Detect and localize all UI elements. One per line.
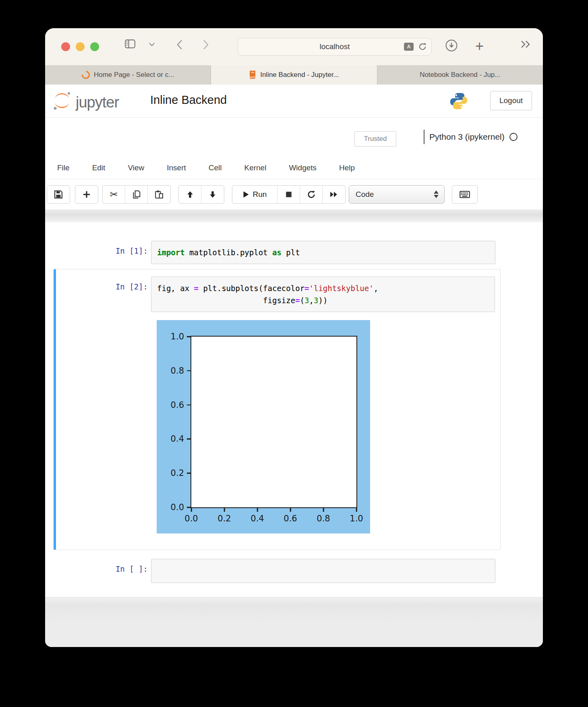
y-tick-label: 0.0: [171, 502, 184, 512]
move-cell-up-button[interactable]: [179, 186, 201, 203]
code-input-2[interactable]: fig, ax = plt.subplots(facecolor='lights…: [151, 277, 495, 312]
copy-cell-button[interactable]: [125, 186, 148, 203]
command-palette-button[interactable]: [452, 186, 477, 203]
python-icon: [449, 91, 468, 111]
menu-cell[interactable]: Cell: [209, 163, 222, 172]
cut-cell-button[interactable]: ✂: [103, 186, 125, 203]
restart-run-all-button[interactable]: [323, 186, 345, 203]
jupyter-logo-text: jupyter: [76, 94, 119, 111]
jupyter-ring-icon: [80, 69, 91, 81]
more-icon[interactable]: [520, 39, 531, 49]
menu-edit[interactable]: Edit: [92, 163, 106, 172]
run-label: Run: [253, 190, 267, 199]
stop-icon: [285, 191, 292, 198]
y-tick-label: 0.8: [171, 366, 184, 376]
code-cell-empty[interactable]: In [ ]:: [45, 559, 543, 583]
tab-label: Home Page - Select or c...: [94, 71, 174, 79]
run-icon: [243, 191, 249, 198]
matplotlib-figure-output: 0.00.20.40.60.81.00.00.20.40.60.81.0: [157, 320, 370, 533]
x-tick-label: 0.2: [217, 514, 231, 523]
header-shadow: [45, 209, 543, 222]
kernel-bar: Trusted Python 3 (ipykernel): [45, 118, 543, 157]
tab-inline-backend[interactable]: Inline Backend - Jupyter...: [211, 65, 377, 85]
menu-help[interactable]: Help: [339, 163, 355, 172]
x-tick-label: 0.6: [284, 514, 297, 523]
save-button[interactable]: [47, 186, 70, 203]
menu-bar: File Edit View Insert Cell Kernel Widget…: [45, 157, 543, 179]
x-tick-mark: [323, 508, 324, 512]
tab-bar: Home Page - Select or c... Inline Backen…: [45, 65, 543, 85]
move-up-icon: [186, 191, 194, 198]
interrupt-kernel-button[interactable]: [277, 186, 300, 203]
notebook-container: In [1]: import matplotlib.pyplot as plt …: [45, 222, 543, 597]
code-cell-1[interactable]: In [1]: import matplotlib.pyplot as plt: [45, 241, 543, 264]
browser-toolbar: localhost A +: [45, 28, 543, 65]
notebook-title[interactable]: Inline Backend: [150, 93, 227, 107]
y-tick-label: 1.0: [171, 332, 184, 341]
menu-widgets[interactable]: Widgets: [289, 163, 317, 172]
address-bar[interactable]: localhost A: [238, 38, 432, 56]
kernel-idle-circle-icon: [509, 133, 518, 141]
run-button[interactable]: Run: [232, 186, 277, 203]
cell-type-select[interactable]: Code: [349, 185, 445, 204]
close-window-button[interactable]: [61, 42, 70, 51]
zoom-window-button[interactable]: [90, 42, 99, 51]
copy-icon: [132, 190, 141, 199]
menu-view[interactable]: View: [128, 163, 144, 172]
y-tick-mark: [187, 473, 190, 474]
add-cell-button[interactable]: [75, 186, 98, 203]
jupyter-logo-icon: [52, 90, 72, 111]
y-tick-mark: [187, 404, 190, 405]
notebook-header: jupyter Inline Backend Logout: [45, 85, 543, 118]
move-cell-down-button[interactable]: [201, 186, 224, 203]
paste-icon: [155, 190, 164, 199]
menu-kernel[interactable]: Kernel: [244, 163, 266, 172]
x-tick-mark: [191, 508, 192, 512]
minimize-window-button[interactable]: [76, 42, 85, 51]
y-tick-mark: [187, 438, 190, 440]
input-prompt: In [1]:: [45, 241, 151, 264]
paste-cell-button[interactable]: [148, 186, 170, 203]
back-icon[interactable]: [176, 39, 182, 50]
tab-notebook-backend[interactable]: Notebook Backend - Jup...: [377, 65, 543, 85]
code-input-empty[interactable]: [151, 559, 495, 583]
tab-label: Inline Backend - Jupyter...: [260, 71, 339, 79]
notebook-toolbar: ✂ Run: [45, 179, 543, 209]
new-tab-icon[interactable]: +: [475, 38, 484, 55]
trusted-button[interactable]: Trusted: [354, 131, 396, 147]
jupyter-logo[interactable]: jupyter: [52, 90, 119, 111]
x-tick-label: 0.0: [184, 514, 198, 523]
sidebar-icon[interactable]: [125, 39, 135, 48]
input-prompt: In [2]:: [56, 277, 151, 312]
kernel-name[interactable]: Python 3 (ipykernel): [429, 132, 505, 142]
translate-icon[interactable]: A: [404, 43, 414, 51]
kernel-divider: [424, 130, 424, 144]
y-tick-label: 0.6: [171, 400, 184, 410]
code-input-1[interactable]: import matplotlib.pyplot as plt: [151, 241, 495, 264]
x-tick-mark: [290, 508, 291, 512]
tab-home-page[interactable]: Home Page - Select or c...: [45, 65, 211, 85]
notebook-footer: [45, 597, 543, 647]
cut-icon: ✂: [110, 189, 118, 200]
menu-file[interactable]: File: [57, 163, 70, 172]
restart-kernel-button[interactable]: [300, 186, 323, 203]
browser-window: localhost A + Home Page - Select or c...…: [45, 28, 543, 647]
traffic-lights: [61, 42, 99, 51]
save-icon: [54, 190, 63, 199]
plot-axes: 0.00.20.40.60.81.00.00.20.40.60.81.0: [190, 336, 357, 508]
code-cell-2-selected[interactable]: In [2]: fig, ax = plt.subplots(facecolor…: [54, 269, 501, 550]
reload-icon[interactable]: [418, 42, 427, 51]
y-tick-label: 0.4: [171, 434, 184, 444]
download-icon[interactable]: [445, 39, 458, 52]
restart-icon: [307, 190, 315, 198]
chevron-down-icon[interactable]: [149, 43, 155, 46]
y-tick-mark: [187, 336, 190, 337]
menu-insert[interactable]: Insert: [167, 163, 186, 172]
forward-icon[interactable]: [203, 39, 209, 50]
x-tick-label: 1.0: [350, 514, 363, 523]
x-tick-mark: [356, 508, 357, 512]
logout-button[interactable]: Logout: [490, 91, 532, 110]
y-tick-mark: [187, 370, 190, 372]
move-down-icon: [209, 191, 216, 198]
input-prompt: In [ ]:: [45, 559, 151, 583]
